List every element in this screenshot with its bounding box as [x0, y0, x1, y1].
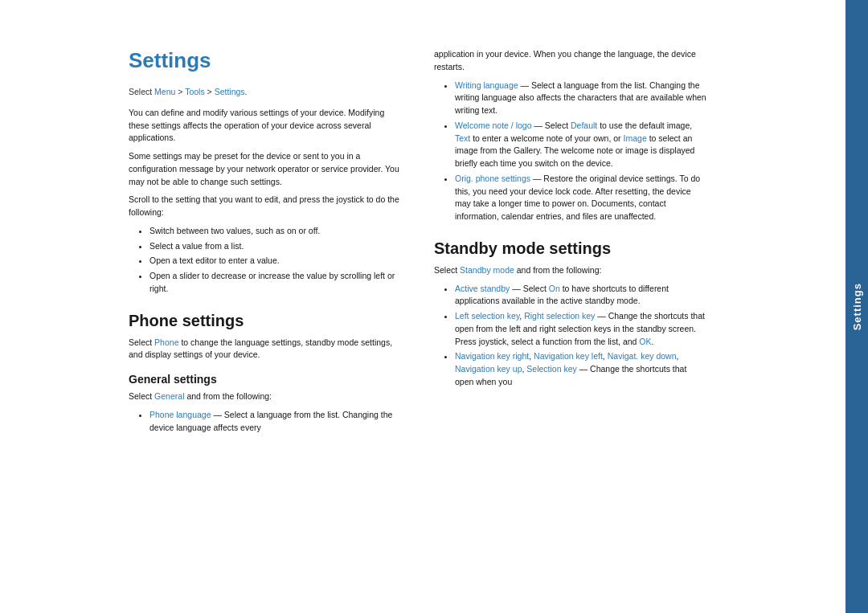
sidebar-tab-label: Settings [851, 283, 863, 330]
list-item: Switch between two values, such as on or… [149, 225, 402, 238]
right-column: application in your device. When you cha… [434, 48, 707, 581]
standby-bullet-list: Active standby — Select On to have short… [445, 283, 707, 389]
list-item: Left selection key, Right selection key … [455, 310, 707, 348]
ok-link[interactable]: OK [639, 337, 651, 346]
on-link[interactable]: On [549, 284, 560, 293]
phone-link[interactable]: Phone [154, 337, 178, 347]
general-settings-intro: Select General and from the following: [129, 390, 402, 403]
sidebar-tab: Settings [845, 0, 868, 613]
list-item: Open a slider to decrease or increase th… [149, 270, 402, 296]
list-item: Navigation key right, Navigation key lef… [455, 350, 707, 388]
list-item: Phone language — Select a language from … [149, 409, 402, 435]
phone-language-link[interactable]: Phone language [149, 410, 211, 419]
general-link[interactable]: General [154, 391, 184, 401]
phone-settings-intro: Select Phone to change the language sett… [129, 337, 402, 362]
main-content: Settings Select Menu > Tools > Settings.… [0, 0, 868, 613]
intro-para-1: You can define and modify various settin… [129, 107, 402, 145]
phone-settings-title: Phone settings [129, 312, 402, 330]
right-selection-key-link[interactable]: Right selection key [524, 311, 595, 321]
nav-key-right-link[interactable]: Navigation key right [455, 351, 529, 361]
list-item: Open a text editor to enter a value. [149, 255, 402, 268]
right-bullet-list: Writing language — Select a language fro… [445, 80, 707, 223]
welcome-note-link[interactable]: Welcome note / logo [455, 121, 532, 130]
intro-para-3: Scroll to the setting that you want to e… [129, 194, 402, 219]
orig-phone-settings-link[interactable]: Orig. phone settings [455, 174, 530, 183]
text-link[interactable]: Text [455, 133, 470, 143]
page-container: Settings Select Menu > Tools > Settings.… [0, 0, 868, 613]
list-item: Writing language — Select a language fro… [455, 80, 707, 117]
intro-para-2: Some settings may be preset for the devi… [129, 150, 402, 188]
settings-link[interactable]: Settings [215, 87, 245, 96]
left-selection-key-link[interactable]: Left selection key [455, 311, 519, 321]
standby-mode-title: Standby mode settings [434, 239, 707, 258]
tools-link[interactable]: Tools [185, 87, 205, 96]
default-link[interactable]: Default [571, 121, 597, 130]
page-title: Settings [129, 48, 402, 73]
list-item: Select a value from a list. [149, 240, 402, 253]
general-bullet-list: Phone language — Select a language from … [140, 409, 402, 435]
active-standby-link[interactable]: Active standby [455, 284, 510, 293]
list-item: Active standby — Select On to have short… [455, 283, 707, 309]
writing-language-link[interactable]: Writing language [455, 80, 518, 90]
breadcrumb: Select Menu > Tools > Settings. [129, 86, 402, 99]
nav-key-up-link[interactable]: Navigation key up [455, 364, 522, 374]
list-item: Orig. phone settings — Restore the origi… [455, 173, 707, 223]
standby-mode-link[interactable]: Standby mode [460, 265, 514, 275]
list-item: Welcome note / logo — Select Default to … [455, 120, 707, 170]
nav-key-down-link[interactable]: Navigat. key down [608, 351, 677, 361]
menu-link[interactable]: Menu [154, 87, 175, 96]
nav-key-left-link[interactable]: Navigation key left [534, 351, 603, 361]
image-link[interactable]: Image [624, 133, 647, 143]
standby-mode-intro: Select Standby mode and from the followi… [434, 264, 707, 277]
general-settings-title: General settings [129, 373, 402, 386]
right-continuation: application in your device. When you cha… [434, 48, 707, 74]
selection-key-link[interactable]: Selection key [526, 364, 576, 374]
bullet-list: Switch between two values, such as on or… [140, 225, 402, 296]
left-column: Settings Select Menu > Tools > Settings.… [129, 48, 402, 581]
